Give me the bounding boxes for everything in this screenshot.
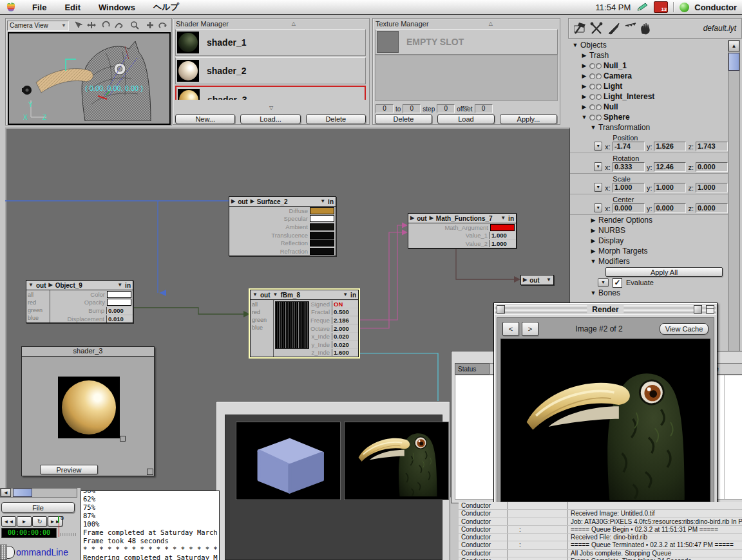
zoom-window-icon[interactable] — [694, 305, 702, 313]
texture-apply-button[interactable]: Apply... — [500, 114, 557, 124]
value-field[interactable]: 0.010 — [106, 315, 133, 322]
log-row[interactable]: Conductor:===== Queue Begin • 02.3.2 at … — [459, 526, 742, 534]
tree-item-light-interest[interactable]: ▶Light_Interest — [568, 91, 728, 102]
shader-list-item[interactable]: shader_2 — [175, 57, 366, 84]
in-port-icon[interactable]: ▼ — [546, 277, 551, 283]
conductor-app-icon[interactable] — [680, 3, 689, 12]
texture-empty-slot[interactable]: EMPTY SLOT — [375, 29, 558, 55]
channel-list[interactable]: allred greenblue — [251, 300, 274, 357]
menu-help[interactable]: ヘルプ — [144, 1, 188, 13]
opacity-swatch[interactable] — [107, 299, 131, 306]
catalog-thumbnail-bird[interactable] — [344, 422, 449, 500]
log-row[interactable]: ConductorReceived Image: Untitled.0.tif — [459, 510, 742, 518]
rewind-button[interactable]: ◄◄ — [1, 516, 16, 527]
value-field[interactable]: 2.186 — [332, 317, 358, 324]
node-collapse-icon[interactable]: ▶ — [430, 216, 433, 221]
rotation-y-field[interactable]: 12.46 — [654, 162, 686, 172]
evaluate-checkbox[interactable]: ✓ — [613, 278, 622, 288]
commandline-drawer[interactable]: ommandLine — [0, 545, 81, 560]
scale-y-field[interactable]: 1.000 — [654, 183, 686, 192]
graph-horizontal-scrollbar[interactable]: ◄ — [0, 488, 77, 498]
channel-menu-button[interactable]: ▼ — [594, 162, 602, 171]
log-row[interactable]: ConductorFrame Complete. Time taken: 24 … — [459, 557, 742, 560]
out-port-icon[interactable]: ▶ — [410, 216, 414, 221]
value-field[interactable]: 0.020 — [332, 333, 358, 340]
log-row[interactable]: Conductor — [459, 502, 742, 510]
center-x-field[interactable]: 0.000 — [613, 203, 645, 213]
math-argument-swatch[interactable] — [490, 224, 515, 231]
node-collapse-icon[interactable]: ▼ — [272, 292, 278, 297]
mini-timeline[interactable]: 0 — [58, 516, 77, 538]
out-port-icon[interactable]: ▼ — [28, 283, 33, 288]
tree-item-bones[interactable]: ▼Bones — [568, 288, 728, 298]
drawer-pull-icon[interactable] — [7, 546, 15, 559]
rotation-z-field[interactable]: 0.000 — [696, 162, 728, 172]
catalog-canvas[interactable] — [225, 415, 442, 560]
channel-list[interactable]: allred greenblue — [26, 290, 50, 322]
previous-image-button[interactable]: < — [502, 322, 519, 336]
position-z-field[interactable]: 1.743 — [696, 142, 728, 151]
center-z-field[interactable]: 0.000 — [696, 203, 728, 213]
tree-item-modifiers[interactable]: ▼Modifiers — [568, 256, 728, 266]
range-from-field[interactable]: 0 — [376, 104, 394, 113]
value-field[interactable]: 0.000 — [106, 307, 133, 314]
in-port-icon[interactable]: ▼ — [500, 216, 506, 221]
shader-load-button[interactable]: Load... — [240, 114, 300, 124]
channel-menu-button[interactable]: ▼ — [594, 203, 602, 212]
value-field[interactable]: 1.000 — [490, 240, 516, 247]
apply-all-button[interactable]: Apply All — [605, 267, 723, 277]
node-out[interactable]: ▶ out ▼ — [520, 275, 554, 285]
out-port-icon[interactable]: ▶ — [523, 277, 527, 283]
camera-viewport[interactable]: ( 0.00, 0.00, 0.00 ) Y X Z — [8, 32, 171, 125]
loop-button[interactable]: ↻ — [32, 516, 47, 527]
range-offset-field[interactable]: 0 — [475, 104, 493, 113]
log-row[interactable]: ConductorAll Jobs complete. Stopping Que… — [459, 550, 742, 557]
log-row[interactable]: ConductorReceived File: dino-bird.rib — [459, 534, 742, 541]
active-app-name[interactable]: Conductor — [694, 3, 737, 12]
node-collapse-icon[interactable]: ▶ — [251, 199, 254, 204]
ambient-swatch[interactable] — [310, 223, 334, 230]
menu-windows[interactable]: Windows — [90, 3, 144, 12]
tree-item-trash[interactable]: ▶Trash — [568, 50, 728, 61]
channel-menu-button[interactable]: ▼ — [594, 142, 602, 151]
log-row[interactable]: Conductor:===== Queue Terminated • 02.3.… — [459, 541, 742, 549]
value-field[interactable]: 0.500 — [332, 308, 358, 315]
preview-window-title[interactable]: shader_3 — [22, 347, 154, 357]
range-to-field[interactable]: 0 — [403, 104, 421, 113]
in-port-icon[interactable]: ▼ — [117, 283, 122, 288]
render-badge-icon[interactable]: 13 — [654, 1, 668, 13]
out-port-icon[interactable]: ▼ — [252, 292, 258, 297]
channel-menu-button[interactable]: ▼ — [598, 278, 609, 287]
tree-item-null1[interactable]: ▶Null_1 — [568, 61, 728, 71]
scale-x-field[interactable]: 1.000 — [613, 183, 645, 192]
refraction-swatch[interactable] — [310, 248, 334, 255]
in-port-icon[interactable]: ▼ — [320, 199, 325, 204]
value-field[interactable]: 1.600 — [332, 349, 358, 356]
shader-list-item-selected[interactable]: shader_3 — [175, 86, 366, 100]
pencil-icon[interactable] — [636, 2, 649, 12]
scrollbar-thumb[interactable] — [13, 489, 32, 497]
play-button[interactable]: ► — [17, 516, 32, 527]
noise-preview-thumbnail[interactable] — [275, 301, 309, 349]
tree-item-sphere[interactable]: ▼Sphere — [568, 112, 728, 122]
tree-item-null[interactable]: ▶Null — [568, 102, 728, 112]
close-window-icon[interactable] — [497, 305, 505, 313]
log-row[interactable]: ConductorJob: ATA30G:PiXELS 4.0fc5:resou… — [459, 518, 742, 526]
channel-menu-button[interactable]: ▼ — [594, 183, 602, 192]
out-port-icon[interactable]: ▶ — [231, 199, 235, 204]
conductor-log-table[interactable]: Conductor ConductorReceived Image: Untit… — [459, 502, 742, 560]
scroll-up-icon[interactable]: △ — [292, 21, 296, 26]
menubar-clock[interactable]: 11:54 PM — [596, 3, 631, 12]
tree-item-transformation[interactable]: ▼Transformation — [568, 122, 728, 133]
in-port-icon[interactable]: ▼ — [343, 292, 348, 297]
diffuse-swatch[interactable] — [310, 207, 334, 214]
texture-delete-button[interactable]: Delete — [375, 114, 432, 124]
render-log-console[interactable]: 50% 62% 75% 87% 100% Frame completed at … — [81, 490, 220, 560]
rendered-image[interactable] — [500, 339, 710, 502]
node-math-functions-7[interactable]: ▶out ▶ Math_Functions_7 ▼in Math_Argumen… — [408, 213, 517, 248]
tree-item-morph-targets[interactable]: ▶Morph Targets — [568, 246, 728, 256]
scroll-down-icon[interactable]: ▽ — [269, 105, 273, 111]
view-cache-button[interactable]: View Cache — [660, 323, 709, 335]
node-surface-2[interactable]: ▶out ▶ Surface_2 ▼in Diffuse Specular Am… — [229, 196, 336, 256]
tree-item-objects[interactable]: ▼Objects — [568, 40, 728, 50]
